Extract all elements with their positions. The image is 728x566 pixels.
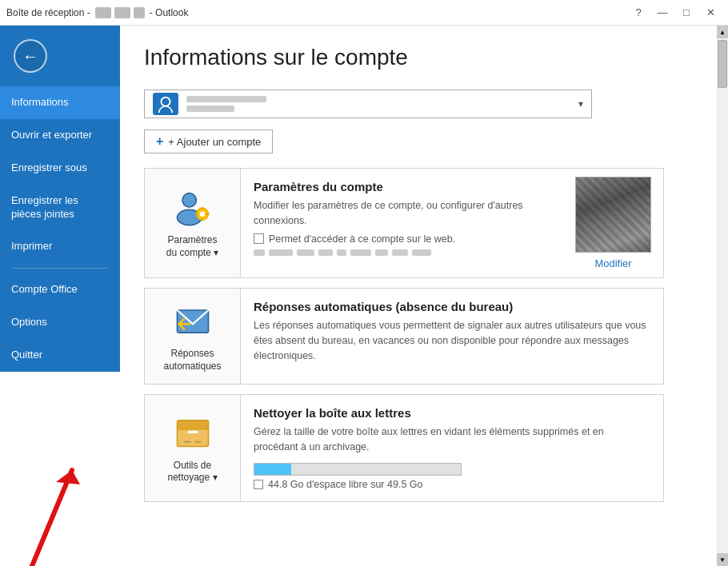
back-button[interactable]: ← — [6, 32, 54, 80]
svg-rect-12 — [177, 421, 208, 429]
account-photo — [575, 177, 651, 253]
chevron-down-icon: ▾ — [578, 98, 583, 110]
cp-line-8 — [392, 249, 408, 256]
cp-line-1 — [254, 249, 265, 256]
nettoyage-title: Nettoyer la boîte aux lettres — [254, 406, 650, 420]
sidebar-item-imprimer[interactable]: Imprimer — [0, 230, 120, 263]
parametres-extra-lines — [254, 249, 558, 256]
placeholder-line-2 — [186, 106, 234, 112]
nettoyage-icon — [172, 412, 214, 453]
help-button[interactable]: ? — [627, 5, 650, 21]
account-dropdown[interactable]: ▾ — [144, 90, 592, 118]
account-name-placeholder — [186, 96, 572, 112]
cp-line-5 — [337, 249, 346, 256]
svg-rect-9 — [206, 213, 209, 215]
svg-rect-6 — [201, 207, 202, 210]
titlebar-title-area: Boîte de réception - - Outlook — [6, 7, 188, 18]
svg-point-5 — [199, 212, 205, 217]
cp-line-9 — [412, 249, 431, 256]
reponses-title: Réponses automatiques (absence du bureau… — [254, 300, 650, 313]
titlebar-icon-2 — [114, 7, 130, 18]
account-icon — [153, 93, 178, 115]
sidebar-item-informations[interactable]: Informations — [0, 86, 120, 119]
parametres-desc: Modifier les paramètres de ce compte, ou… — [254, 198, 558, 229]
maximize-button[interactable]: □ — [675, 5, 698, 21]
reponses-icon-label[interactable]: Réponsesautomatiques — [163, 348, 221, 373]
titlebar-icon-group — [95, 7, 145, 18]
account-svg-icon — [157, 95, 174, 113]
titlebar-app: - Outlook — [150, 7, 189, 18]
reponses-icon-area[interactable]: Réponsesautomatiques — [145, 289, 241, 384]
modifier-link[interactable]: Modifier — [594, 257, 631, 269]
parametres-checkbox[interactable] — [254, 233, 264, 244]
main-wrapper: ← Informations Ouvrir et exporter Enregi… — [0, 26, 728, 566]
parametres-icon-label[interactable]: Paramètresdu compte ▾ — [166, 234, 218, 259]
svg-rect-15 — [194, 441, 202, 443]
red-arrow-annotation — [8, 398, 120, 566]
reponses-card: Réponsesautomatiques Réponses automatiqu… — [144, 288, 664, 385]
sidebar-item-ouvrir-label: Ouvrir et exporter — [11, 129, 92, 141]
minimize-button[interactable]: — — [651, 5, 674, 21]
reponses-desc: Les réponses automatiques vous permetten… — [254, 318, 650, 363]
sidebar-item-options-label: Options — [11, 316, 47, 328]
parametres-checkbox-row: Permet d'accéder à ce compte sur le web. — [254, 233, 558, 245]
svg-line-0 — [32, 470, 72, 566]
scrollbar-thumb[interactable] — [718, 40, 727, 88]
svg-rect-14 — [184, 441, 191, 443]
nettoyage-svg-icon — [172, 412, 214, 453]
window-controls: ? — □ ✕ — [627, 5, 722, 21]
progress-bar-bg — [254, 463, 462, 476]
scrollbar: ▲ ▼ — [717, 26, 728, 566]
account-selector-row: ▾ — [144, 90, 693, 118]
sidebar-item-enregistrer-pj[interactable]: Enregistrer les pièces jointes — [0, 185, 120, 231]
parametres-content: Paramètres du compte Modifier les paramè… — [241, 169, 571, 277]
titlebar-title: Boîte de réception - — [6, 7, 90, 18]
svg-rect-7 — [201, 217, 202, 221]
parametres-icon — [172, 186, 214, 228]
sidebar-item-enregistrer-sous-label: Enregistrer sous — [11, 161, 87, 173]
scrollbar-down-button[interactable]: ▼ — [717, 553, 728, 566]
nettoyage-card: Outils denettoyage ▾ Nettoyer la boîte a… — [144, 394, 664, 502]
progress-bar-fill — [254, 464, 291, 475]
sidebar-divider — [11, 268, 109, 269]
sidebar-item-quitter-label: Quitter — [11, 349, 42, 361]
sidebar-item-enregistrer-pj-label: Enregistrer les pièces jointes — [11, 194, 78, 220]
titlebar: Boîte de réception - - Outlook ? — □ ✕ — [0, 0, 728, 26]
nettoyage-icon-area[interactable]: Outils denettoyage ▾ — [145, 395, 241, 501]
plus-icon: + — [156, 134, 163, 149]
nettoyage-content: Nettoyer la boîte aux lettres Gérez la t… — [241, 395, 663, 501]
add-account-label: + Ajouter un compte — [168, 136, 261, 148]
svg-rect-13 — [187, 431, 198, 433]
account-photo-inner — [576, 177, 650, 252]
cp-line-3 — [297, 249, 314, 256]
nettoyage-desc: Gérez la taille de votre boîte aux lettr… — [254, 424, 650, 455]
sidebar-item-informations-label: Informations — [11, 96, 69, 108]
svg-rect-8 — [195, 213, 198, 215]
add-account-button[interactable]: + + Ajouter un compte — [144, 130, 273, 153]
parametres-checkbox-label: Permet d'accéder à ce compte sur le web. — [269, 233, 455, 245]
reponses-svg-icon — [172, 300, 214, 341]
parametres-card: Paramètresdu compte ▾ Paramètres du comp… — [144, 168, 664, 278]
reponses-content: Réponses automatiques (absence du bureau… — [241, 289, 663, 384]
parametres-title: Paramètres du compte — [254, 180, 558, 193]
sidebar-item-imprimer-label: Imprimer — [11, 240, 52, 252]
sidebar-item-compte-office-label: Compte Office — [11, 283, 78, 295]
scrollbar-up-button[interactable]: ▲ — [717, 26, 728, 38]
cp-line-2 — [269, 249, 293, 256]
sidebar-item-ouvrir[interactable]: Ouvrir et exporter — [0, 119, 120, 152]
cp-line-6 — [350, 249, 371, 256]
cp-line-4 — [318, 249, 333, 256]
back-arrow-icon: ← — [22, 47, 38, 66]
sidebar-item-options[interactable]: Options — [0, 306, 120, 339]
sidebar-wrapper: ← Informations Ouvrir et exporter Enregi… — [0, 26, 120, 566]
nettoyage-icon-label[interactable]: Outils denettoyage ▾ — [167, 460, 217, 484]
sidebar-item-compte-office[interactable]: Compte Office — [0, 273, 120, 306]
page-title: Informations sur le compte — [144, 45, 693, 70]
reponses-icon — [172, 300, 214, 341]
sidebar-item-quitter[interactable]: Quitter — [0, 339, 120, 372]
close-button[interactable]: ✕ — [699, 5, 722, 21]
account-image-area: Modifier — [571, 169, 663, 277]
parametres-icon-area[interactable]: Paramètresdu compte ▾ — [145, 169, 241, 277]
progress-checkbox[interactable] — [254, 480, 263, 489]
sidebar-item-enregistrer-sous[interactable]: Enregistrer sous — [0, 152, 120, 185]
